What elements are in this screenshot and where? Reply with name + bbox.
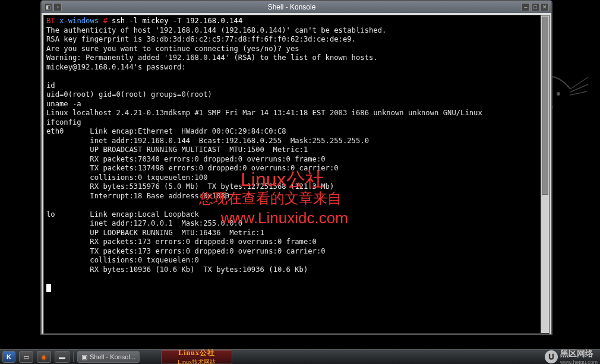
output-line: RX packets:70340 errors:0 dropped:0 over…: [46, 155, 326, 163]
output-line: RX bytes:5315976 (5.0 Mb) TX bytes:12725…: [46, 182, 334, 191]
output-line: UP LOOPBACK RUNNING MTU:16436 Metric:1: [46, 229, 264, 237]
output-line: uid=0(root) gid=0(root) groups=0(root): [46, 90, 212, 99]
terminal-cursor: [46, 284, 51, 292]
output-line: TX packets:137498 errors:0 dropped:0 ove…: [46, 164, 339, 172]
linuxgs-big: Linux公社: [178, 348, 215, 358]
output-line: ifconfig: [46, 118, 81, 126]
linuxgs-watermark-logo: Linux公社 Linux技术网站: [161, 350, 232, 363]
output-line: eth0 Link encap:Ethernet HWaddr 00:0C:29…: [46, 127, 286, 135]
taskbar-task-label: Shell - Konsol...: [90, 353, 135, 360]
close-icon[interactable]: ✕: [541, 3, 549, 11]
output-line: inet addr:127.0.0.1 Mask:255.0.0.0: [46, 219, 242, 227]
heiqu-icon: [545, 350, 558, 363]
kde-start-button[interactable]: K: [2, 351, 15, 363]
konsole-task-icon: ▣: [81, 353, 87, 361]
output-line: RX bytes:10936 (10.6 Kb) TX bytes:10936 …: [46, 265, 308, 274]
terminal-output: BT x-windows # ssh -l mickey -T 192.168.…: [46, 17, 547, 293]
svg-point-0: [557, 92, 560, 96]
output-line: Warning: Permanently added '192.168.0.14…: [46, 53, 378, 62]
konsole-window: ◧ ▫ Shell - Konsole – □ ✕ BT x-windows #…: [40, 0, 552, 335]
heiqu-watermark-logo: 黑区网络 www.heiqu.com: [545, 349, 598, 364]
output-line: collisions:0 txqueuelen:0: [46, 256, 199, 264]
output-line: id: [46, 81, 55, 90]
output-line: collisions:0 txqueuelen:100: [46, 173, 208, 182]
terminal-scrollbar[interactable]: [541, 15, 549, 333]
firefox-launcher[interactable]: ◉: [37, 351, 51, 363]
maximize-icon[interactable]: □: [531, 3, 539, 11]
output-line: lo Link encap:Local Loopback: [46, 210, 199, 219]
taskbar-task-konsole[interactable]: ▣ Shell - Konsol...: [77, 351, 140, 363]
output-line: UP BROADCAST RUNNING MULTICAST MTU:1500 …: [46, 145, 308, 154]
heiqu-main: 黑区网络: [560, 349, 593, 358]
window-menu-icon[interactable]: ◧: [44, 3, 52, 11]
minimize-icon[interactable]: –: [522, 3, 530, 11]
output-line: uname -a: [46, 100, 81, 108]
command-text: ssh -l mickey -T 192.168.0.144: [112, 17, 242, 25]
output-line: Interrupt:18 Base address:0x1080: [46, 192, 229, 200]
output-line: RX packets:173 errors:0 dropped:0 overru…: [46, 238, 317, 246]
konsole-launcher[interactable]: ▬: [55, 351, 70, 363]
desktop: ⟨ ◧ ▫ Shell - Konsole – □ ✕ BT x-windows…: [0, 0, 600, 349]
scrollbar-thumb[interactable]: [542, 17, 548, 195]
output-line: TX packets:173 errors:0 dropped:0 overru…: [46, 247, 326, 255]
output-line: The authenticity of host '192.168.0.144 …: [46, 26, 386, 34]
window-titlebar[interactable]: ◧ ▫ Shell - Konsole – □ ✕: [42, 1, 551, 13]
terminal-area[interactable]: BT x-windows # ssh -l mickey -T 192.168.…: [43, 15, 550, 334]
show-desktop-button[interactable]: ▭: [19, 351, 33, 363]
output-line: inet addr:192.168.0.144 Bcast:192.168.0.…: [46, 137, 369, 145]
window-title: Shell - Konsole: [62, 3, 522, 11]
output-line: Are you sure you want to continue connec…: [46, 45, 299, 53]
window-shade-icon[interactable]: ▫: [53, 3, 62, 11]
prompt-dir: x-windows: [59, 17, 99, 25]
taskbar-separator: [73, 352, 74, 362]
output-line: RSA key fingerprint is 38:db:3d:d6:c2:c5…: [46, 35, 356, 43]
prompt-hash: #: [103, 17, 107, 25]
prompt-host: BT: [46, 17, 55, 25]
taskbar: K ▭ ◉ ▬ ▣ Shell - Konsol... Linux公社 Linu…: [0, 349, 600, 364]
output-line: Linux localhost 2.4.21-0.13mdksmp #1 SMP…: [46, 109, 482, 117]
linuxgs-small: Linux技术网站: [178, 358, 216, 365]
output-line: mickey@192.168.0.144's password:: [46, 63, 186, 71]
heiqu-sub: www.heiqu.com: [560, 359, 598, 364]
